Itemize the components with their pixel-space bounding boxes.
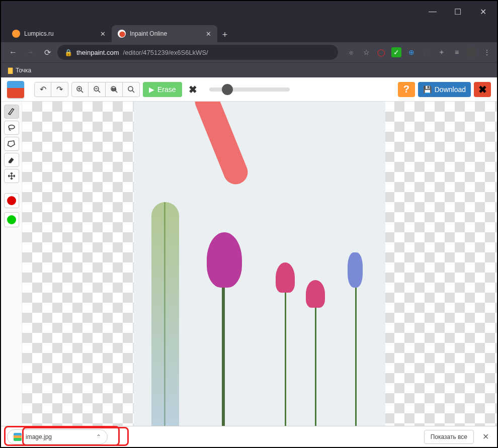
zoom-in-button[interactable]	[71, 82, 89, 97]
download-item[interactable]: image.jpg ⌃	[7, 429, 108, 444]
forward-button[interactable]: →	[23, 45, 37, 59]
svg-point-0	[119, 31, 125, 37]
redo-button[interactable]: ↷	[51, 82, 68, 97]
brush-size-slider[interactable]	[209, 87, 290, 92]
help-button[interactable]: ?	[398, 82, 415, 97]
editor-area	[1, 102, 497, 426]
bookmarks-bar: ▇ Точка	[1, 62, 497, 77]
download-filename: image.jpg	[26, 433, 52, 440]
cube-icon[interactable]: ⬚	[422, 47, 432, 57]
undo-button[interactable]: ↶	[34, 82, 51, 97]
eraser-tool[interactable]	[4, 153, 19, 167]
avatar[interactable]	[467, 47, 477, 57]
zoom-out-button[interactable]	[89, 82, 106, 97]
svg-text:1:1: 1:1	[112, 87, 116, 90]
folder-icon: ▇	[8, 67, 13, 74]
lasso-tool[interactable]	[4, 121, 19, 135]
puzzle-icon[interactable]: ✦	[437, 47, 447, 57]
flower-head	[207, 232, 242, 288]
canvas-viewport[interactable]	[22, 102, 497, 426]
lock-icon: 🔒	[64, 49, 72, 56]
window-close[interactable]: ✕	[478, 7, 488, 17]
close-icon[interactable]: ✕	[206, 30, 211, 38]
download-button[interactable]: 💾 Download	[418, 82, 471, 97]
close-editor-button[interactable]: ✖	[474, 82, 491, 97]
flower-stem	[315, 293, 316, 426]
mask-stroke	[191, 102, 251, 188]
move-tool[interactable]	[4, 169, 19, 183]
favicon-lumpics	[12, 30, 20, 38]
check-icon[interactable]: ✓	[391, 47, 401, 57]
slider-thumb[interactable]	[222, 84, 233, 95]
window-titlebar: — ☐ ✕	[1, 1, 497, 22]
color-red[interactable]	[4, 193, 19, 208]
tab-lumpics[interactable]: Lumpics.ru ✕	[6, 25, 112, 42]
menu-icon[interactable]: ⋮	[482, 47, 492, 57]
show-all-downloads[interactable]: Показать все	[424, 430, 474, 444]
new-tab-button[interactable]: +	[217, 27, 232, 42]
translate-icon[interactable]: ⨳	[346, 47, 356, 57]
erase-label: Erase	[157, 85, 176, 94]
close-downloads-bar[interactable]: ✕	[480, 432, 491, 441]
star-icon[interactable]: ☆	[361, 47, 371, 57]
url-domain: theinpaint.com	[76, 49, 119, 56]
erase-button[interactable]: ▶ Erase	[143, 82, 182, 97]
zoom-group: 1:1	[71, 82, 140, 97]
image-canvas[interactable]	[134, 102, 385, 426]
opera-icon[interactable]: ◯	[376, 47, 386, 57]
window-minimize[interactable]: —	[428, 7, 438, 16]
undo-redo-group: ↶ ↷	[34, 82, 68, 97]
tab-inpaint[interactable]: Inpaint Online ✕	[112, 25, 217, 42]
color-green[interactable]	[4, 212, 19, 227]
close-icon[interactable]: ✕	[100, 30, 106, 38]
play-icon: ▶	[149, 85, 154, 94]
svg-point-5	[128, 86, 133, 91]
back-button[interactable]: ←	[6, 45, 20, 59]
tab-strip: Lumpics.ru ✕ Inpaint Online ✕ +	[1, 22, 497, 42]
app-logo[interactable]	[7, 81, 24, 98]
tab-label: Lumpics.ru	[24, 30, 54, 37]
flower-stem	[285, 278, 286, 426]
save-icon: 💾	[423, 85, 432, 94]
page-content: ↶ ↷ 1:1 ▶ Erase ✖ ? 💾 Download ✖	[1, 77, 497, 447]
flower-head	[276, 262, 295, 293]
extensions: ⨳ ☆ ◯ ✓ ⊕ ⬚ ✦ ≡ ⋮	[346, 47, 492, 57]
flower-head	[306, 280, 325, 308]
file-icon	[14, 433, 22, 441]
flower-head	[151, 202, 179, 426]
tab-label: Inpaint Online	[130, 30, 167, 37]
url-path: /editor/4751239/ex6S6LkWS/	[123, 49, 208, 56]
marker-tool[interactable]	[4, 105, 19, 119]
globe-icon[interactable]: ⊕	[406, 47, 417, 57]
bookmark-item[interactable]: Точка	[16, 67, 31, 74]
url-input[interactable]: 🔒 theinpaint.com/editor/4751239/ex6S6LkW…	[57, 45, 338, 60]
app-toolbar: ↶ ↷ 1:1 ▶ Erase ✖ ? 💾 Download ✖	[1, 77, 497, 102]
reload-button[interactable]: ⟳	[40, 45, 54, 59]
browser-window: — ☐ ✕ Lumpics.ru ✕ Inpaint Online ✕ + ← …	[0, 0, 498, 448]
download-label: Download	[435, 85, 466, 94]
list-icon[interactable]: ≡	[452, 47, 462, 57]
downloads-bar: image.jpg ⌃ Показать все ✕	[1, 426, 497, 447]
zoom-actual-button[interactable]	[123, 82, 140, 97]
favicon-inpaint	[118, 30, 126, 38]
tool-sidebar	[1, 102, 22, 426]
flower-head	[348, 252, 363, 288]
cancel-button[interactable]: ✖	[185, 82, 201, 97]
address-bar: ← → ⟳ 🔒 theinpaint.com/editor/4751239/ex…	[1, 42, 497, 62]
chevron-up-icon[interactable]: ⌃	[96, 433, 101, 440]
svg-point-6	[9, 125, 15, 129]
polygon-tool[interactable]	[4, 137, 19, 151]
zoom-fit-button[interactable]: 1:1	[106, 82, 123, 97]
window-maximize[interactable]: ☐	[453, 7, 463, 17]
